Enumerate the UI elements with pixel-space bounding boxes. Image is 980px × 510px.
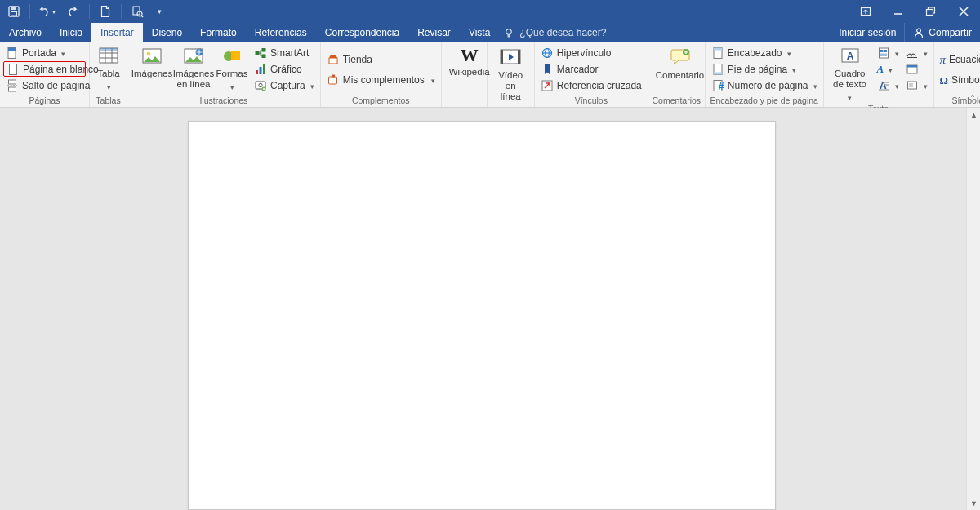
svg-rect-16 (9, 80, 16, 84)
encabezado-button[interactable]: Encabezado (709, 45, 820, 60)
group-label: Encabezado y pie de página (709, 95, 820, 107)
pie-pagina-button[interactable]: Pie de página (709, 61, 820, 77)
document-page[interactable] (188, 121, 776, 510)
salto-pagina-button[interactable]: Salto de página (3, 78, 86, 93)
svg-rect-35 (260, 67, 262, 74)
referencia-cruzada-button[interactable]: Referencia cruzada (538, 78, 644, 93)
svg-point-26 (147, 52, 151, 56)
svg-rect-36 (263, 64, 265, 74)
tab-referencias[interactable]: Referencias (246, 23, 316, 42)
svg-rect-55 (714, 72, 722, 74)
scroll-up-button[interactable]: ▲ (967, 108, 980, 122)
svg-rect-44 (501, 50, 503, 64)
group-vinculos: Hipervínculo Marcador Referencia cruzada… (535, 42, 648, 107)
svg-rect-34 (256, 70, 258, 74)
print-preview-button[interactable] (123, 0, 151, 23)
signature-icon (906, 47, 919, 60)
group-texto: A Cuadro de texto A A Texto (824, 42, 934, 107)
svg-rect-63 (880, 53, 887, 56)
cuadro-texto-button[interactable]: A Cuadro de texto (827, 45, 873, 104)
signature-line-button[interactable] (903, 45, 930, 60)
minimize-button[interactable] (882, 0, 915, 23)
video-button[interactable]: Vídeo en línea (491, 45, 531, 116)
tab-correspondencia[interactable]: Correspondencia (316, 23, 408, 42)
tab-inicio[interactable]: Inicio (51, 23, 91, 42)
scroll-down-button[interactable]: ▼ (967, 496, 980, 510)
blank-page-icon (7, 63, 20, 76)
object-icon (906, 79, 919, 92)
hipervinculo-button[interactable]: Hipervínculo (538, 45, 644, 60)
collapse-ribbon-button[interactable]: ˄ (970, 94, 975, 105)
imagenes-button[interactable]: Imágenes (131, 45, 173, 92)
svg-rect-70 (907, 65, 917, 68)
pagina-blanco-button[interactable]: Página en blanco (3, 61, 86, 77)
addins-icon (327, 73, 340, 86)
quick-parts-button[interactable] (875, 45, 902, 60)
ribbon-display-options-button[interactable] (849, 0, 882, 23)
formas-button[interactable]: Formas (214, 45, 250, 93)
portada-button[interactable]: Portada (3, 45, 86, 60)
close-button[interactable] (947, 0, 980, 23)
imagenes-linea-button[interactable]: Imágenes en línea (173, 45, 214, 92)
svg-rect-53 (714, 47, 722, 50)
page-number-icon: # (711, 79, 724, 92)
tab-archivo[interactable]: Archivo (0, 23, 51, 42)
object-button[interactable] (903, 78, 930, 93)
cross-reference-icon (541, 79, 554, 92)
cover-page-icon (6, 47, 19, 60)
wordart-button[interactable]: A (875, 61, 902, 77)
qat-customize-button[interactable]: ▾ (151, 0, 167, 23)
tab-diseno[interactable]: Diseño (143, 23, 191, 42)
svg-rect-45 (518, 50, 520, 64)
ribbon-tabs: Archivo Inicio Insertar Diseño Formato R… (0, 23, 980, 42)
footer-icon (711, 63, 724, 76)
tab-insertar[interactable]: Insertar (91, 23, 143, 42)
grafico-button[interactable]: Gráfico (252, 61, 317, 77)
svg-rect-72 (909, 83, 913, 87)
drop-cap-button[interactable]: A (875, 78, 902, 93)
date-time-button[interactable] (903, 61, 930, 77)
simbolo-button[interactable]: Ω Símbolo (938, 70, 980, 90)
table-icon (97, 47, 120, 66)
wikipedia-button[interactable]: W Wikipedia (445, 45, 494, 92)
smartart-button[interactable]: SmartArt (252, 45, 317, 60)
svg-rect-14 (8, 47, 16, 51)
restore-button[interactable] (915, 0, 947, 23)
tab-formato[interactable]: Formato (191, 23, 246, 42)
svg-rect-9 (927, 10, 933, 16)
ecuacion-button[interactable]: π Ecuación (938, 50, 980, 69)
tienda-button[interactable]: Tienda (324, 50, 438, 69)
header-icon (711, 47, 724, 60)
marcador-button[interactable]: Marcador (538, 61, 644, 77)
title-bar: ▾ ▾ (0, 0, 980, 23)
sign-in-button[interactable]: Iniciar sesión (831, 23, 904, 42)
person-icon (913, 27, 924, 38)
undo-button[interactable]: ▾ (32, 0, 60, 23)
save-button[interactable] (0, 0, 28, 23)
svg-rect-42 (332, 75, 335, 78)
vertical-scrollbar[interactable]: ▲ ▼ (966, 108, 980, 510)
smartart-icon (254, 47, 267, 60)
redo-button[interactable] (60, 0, 87, 23)
tabla-button[interactable]: Tabla (93, 45, 124, 93)
svg-rect-62 (884, 50, 887, 52)
quick-parts-icon (877, 47, 890, 60)
comentario-button[interactable]: Comentario (652, 45, 708, 92)
tab-revisar[interactable]: Revisar (408, 23, 460, 42)
group-label: Tablas (93, 95, 123, 107)
picture-icon (140, 47, 163, 66)
tell-me-input[interactable] (519, 27, 650, 38)
symbol-icon: Ω (940, 75, 948, 86)
share-button[interactable]: Compartir (904, 23, 980, 42)
group-comentarios: Comentario Comentarios (648, 42, 706, 107)
new-doc-button[interactable] (91, 0, 119, 23)
group-multimedia: Vídeo en línea Multimedia (488, 42, 535, 107)
mis-complementos-button[interactable]: Mis complementos (324, 70, 438, 90)
captura-button[interactable]: Captura (252, 78, 317, 93)
tell-me-search[interactable] (504, 23, 650, 42)
numero-pagina-button[interactable]: # Número de página (709, 78, 820, 93)
group-label: Vínculos (538, 95, 644, 107)
tab-vista[interactable]: Vista (460, 23, 499, 42)
group-label (445, 95, 483, 107)
group-ilustraciones: Imágenes Imágenes en línea Formas SmartA… (127, 42, 321, 107)
